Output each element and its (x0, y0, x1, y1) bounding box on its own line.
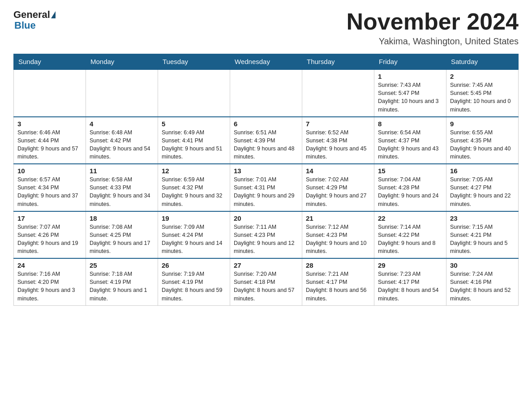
calendar-cell: 2Sunrise: 7:45 AMSunset: 5:45 PMDaylight… (446, 69, 519, 117)
week-row-4: 17Sunrise: 7:07 AMSunset: 4:26 PMDayligh… (14, 211, 519, 259)
day-number: 24 (17, 261, 82, 269)
weekday-header-monday: Monday (86, 54, 158, 70)
day-info: Sunrise: 6:58 AMSunset: 4:33 PMDaylight:… (90, 176, 154, 208)
day-number: 30 (450, 261, 515, 269)
day-info: Sunrise: 6:54 AMSunset: 4:37 PMDaylight:… (378, 128, 442, 161)
calendar-cell (230, 69, 302, 117)
day-info: Sunrise: 7:18 AMSunset: 4:19 PMDaylight:… (90, 270, 154, 303)
day-info: Sunrise: 7:02 AMSunset: 4:29 PMDaylight:… (306, 176, 370, 208)
day-number: 6 (234, 120, 298, 128)
calendar-cell: 25Sunrise: 7:18 AMSunset: 4:19 PMDayligh… (86, 258, 158, 305)
day-number: 28 (306, 261, 370, 269)
calendar-cell: 22Sunrise: 7:14 AMSunset: 4:22 PMDayligh… (374, 211, 446, 259)
weekday-header-saturday: Saturday (446, 54, 519, 70)
calendar-cell: 7Sunrise: 6:52 AMSunset: 4:38 PMDaylight… (302, 117, 374, 164)
day-info: Sunrise: 6:49 AMSunset: 4:41 PMDaylight:… (162, 128, 226, 161)
day-info: Sunrise: 7:45 AMSunset: 5:45 PMDaylight:… (450, 81, 515, 114)
day-info: Sunrise: 7:12 AMSunset: 4:23 PMDaylight:… (306, 223, 370, 256)
calendar-cell: 11Sunrise: 6:58 AMSunset: 4:33 PMDayligh… (86, 164, 158, 211)
day-number: 10 (17, 167, 82, 175)
day-number: 19 (162, 214, 226, 222)
logo-general-text: General (13, 9, 50, 21)
weekday-header-tuesday: Tuesday (158, 54, 230, 70)
calendar-cell: 17Sunrise: 7:07 AMSunset: 4:26 PMDayligh… (14, 211, 86, 259)
calendar-cell: 24Sunrise: 7:16 AMSunset: 4:20 PMDayligh… (14, 258, 86, 305)
day-info: Sunrise: 6:51 AMSunset: 4:39 PMDaylight:… (234, 128, 298, 161)
logo: General Blue (13, 9, 56, 31)
day-number: 1 (378, 73, 442, 80)
logo-blue-text: Blue (14, 20, 36, 31)
calendar-cell: 28Sunrise: 7:21 AMSunset: 4:17 PMDayligh… (302, 258, 374, 305)
calendar-cell: 21Sunrise: 7:12 AMSunset: 4:23 PMDayligh… (302, 211, 374, 259)
day-info: Sunrise: 7:43 AMSunset: 5:47 PMDaylight:… (378, 81, 442, 114)
day-number: 23 (450, 214, 515, 222)
day-number: 27 (234, 261, 298, 269)
day-info: Sunrise: 7:05 AMSunset: 4:27 PMDaylight:… (450, 176, 515, 208)
calendar-cell: 12Sunrise: 6:59 AMSunset: 4:32 PMDayligh… (158, 164, 230, 211)
calendar-table: SundayMondayTuesdayWednesdayThursdayFrid… (13, 54, 519, 306)
day-info: Sunrise: 6:52 AMSunset: 4:38 PMDaylight:… (306, 128, 370, 161)
location-title: Yakima, Washington, United States (347, 36, 519, 47)
day-number: 9 (450, 120, 515, 128)
week-row-3: 10Sunrise: 6:57 AMSunset: 4:34 PMDayligh… (14, 164, 519, 211)
calendar-cell: 19Sunrise: 7:09 AMSunset: 4:24 PMDayligh… (158, 211, 230, 259)
day-info: Sunrise: 6:59 AMSunset: 4:32 PMDaylight:… (162, 176, 226, 208)
calendar-cell (302, 69, 374, 117)
calendar-cell: 1Sunrise: 7:43 AMSunset: 5:47 PMDaylight… (374, 69, 446, 117)
weekday-header-friday: Friday (374, 54, 446, 70)
day-info: Sunrise: 6:48 AMSunset: 4:42 PMDaylight:… (90, 128, 154, 161)
day-number: 15 (378, 167, 442, 175)
calendar-cell: 8Sunrise: 6:54 AMSunset: 4:37 PMDaylight… (374, 117, 446, 164)
weekday-header-row: SundayMondayTuesdayWednesdayThursdayFrid… (14, 54, 519, 70)
day-number: 11 (90, 167, 154, 175)
day-info: Sunrise: 7:19 AMSunset: 4:19 PMDaylight:… (162, 270, 226, 303)
day-number: 3 (17, 120, 82, 128)
calendar-cell: 15Sunrise: 7:04 AMSunset: 4:28 PMDayligh… (374, 164, 446, 211)
day-number: 21 (306, 214, 370, 222)
month-title: November 2024 (347, 9, 519, 34)
calendar-cell: 6Sunrise: 6:51 AMSunset: 4:39 PMDaylight… (230, 117, 302, 164)
day-info: Sunrise: 6:57 AMSunset: 4:34 PMDaylight:… (17, 176, 82, 208)
day-info: Sunrise: 7:21 AMSunset: 4:17 PMDaylight:… (306, 270, 370, 303)
calendar-cell (86, 69, 158, 117)
day-number: 13 (234, 167, 298, 175)
day-number: 18 (90, 214, 154, 222)
calendar-cell: 16Sunrise: 7:05 AMSunset: 4:27 PMDayligh… (446, 164, 519, 211)
day-number: 2 (450, 73, 515, 80)
day-number: 14 (306, 167, 370, 175)
page-header: General Blue November 2024 Yakima, Washi… (13, 9, 519, 47)
day-info: Sunrise: 7:24 AMSunset: 4:16 PMDaylight:… (450, 270, 515, 303)
day-info: Sunrise: 7:07 AMSunset: 4:26 PMDaylight:… (17, 223, 82, 256)
calendar-cell: 27Sunrise: 7:20 AMSunset: 4:18 PMDayligh… (230, 258, 302, 305)
day-number: 4 (90, 120, 154, 128)
day-number: 20 (234, 214, 298, 222)
calendar-cell: 26Sunrise: 7:19 AMSunset: 4:19 PMDayligh… (158, 258, 230, 305)
day-info: Sunrise: 7:09 AMSunset: 4:24 PMDaylight:… (162, 223, 226, 256)
day-number: 29 (378, 261, 442, 269)
day-info: Sunrise: 7:16 AMSunset: 4:20 PMDaylight:… (17, 270, 82, 303)
day-info: Sunrise: 7:04 AMSunset: 4:28 PMDaylight:… (378, 176, 442, 208)
day-number: 17 (17, 214, 82, 222)
day-info: Sunrise: 7:01 AMSunset: 4:31 PMDaylight:… (234, 176, 298, 208)
logo-text: General (13, 9, 56, 21)
calendar-cell: 18Sunrise: 7:08 AMSunset: 4:25 PMDayligh… (86, 211, 158, 259)
day-number: 8 (378, 120, 442, 128)
calendar-cell: 4Sunrise: 6:48 AMSunset: 4:42 PMDaylight… (86, 117, 158, 164)
day-info: Sunrise: 6:46 AMSunset: 4:44 PMDaylight:… (17, 128, 82, 161)
calendar-cell: 29Sunrise: 7:23 AMSunset: 4:17 PMDayligh… (374, 258, 446, 305)
day-info: Sunrise: 7:11 AMSunset: 4:23 PMDaylight:… (234, 223, 298, 256)
title-area: November 2024 Yakima, Washington, United… (347, 9, 519, 47)
calendar-cell: 13Sunrise: 7:01 AMSunset: 4:31 PMDayligh… (230, 164, 302, 211)
day-number: 26 (162, 261, 226, 269)
day-number: 25 (90, 261, 154, 269)
day-number: 22 (378, 214, 442, 222)
calendar-cell: 20Sunrise: 7:11 AMSunset: 4:23 PMDayligh… (230, 211, 302, 259)
calendar-cell: 14Sunrise: 7:02 AMSunset: 4:29 PMDayligh… (302, 164, 374, 211)
calendar-cell: 10Sunrise: 6:57 AMSunset: 4:34 PMDayligh… (14, 164, 86, 211)
week-row-1: 1Sunrise: 7:43 AMSunset: 5:47 PMDaylight… (14, 69, 519, 117)
calendar-cell: 23Sunrise: 7:15 AMSunset: 4:21 PMDayligh… (446, 211, 519, 259)
day-number: 12 (162, 167, 226, 175)
day-info: Sunrise: 7:23 AMSunset: 4:17 PMDaylight:… (378, 270, 442, 303)
day-number: 5 (162, 120, 226, 128)
day-info: Sunrise: 7:15 AMSunset: 4:21 PMDaylight:… (450, 223, 515, 256)
